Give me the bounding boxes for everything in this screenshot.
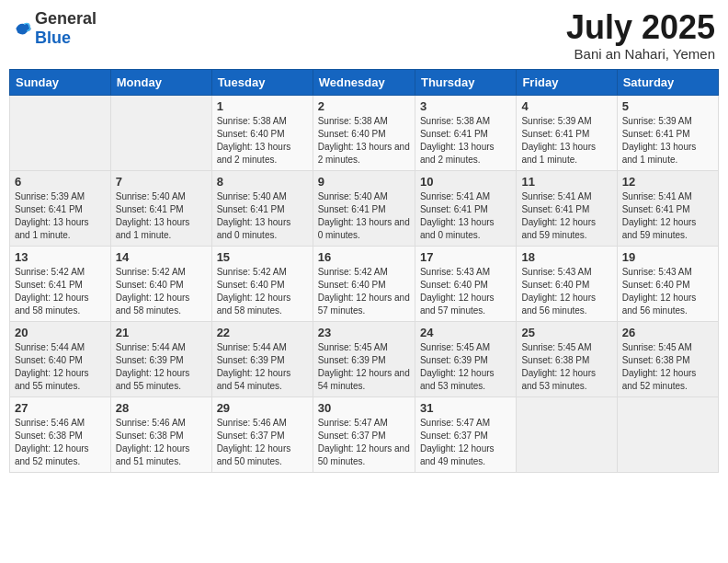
- week-row-5: 27Sunrise: 5:46 AMSunset: 6:38 PMDayligh…: [10, 396, 719, 472]
- calendar-cell: 13Sunrise: 5:42 AMSunset: 6:41 PMDayligh…: [10, 246, 111, 321]
- location-title: Bani an Nahari, Yemen: [566, 46, 715, 62]
- header-tuesday: Tuesday: [211, 69, 313, 95]
- calendar-table: SundayMondayTuesdayWednesdayThursdayFrid…: [9, 69, 719, 473]
- calendar-cell: 19Sunrise: 5:43 AMSunset: 6:40 PMDayligh…: [617, 246, 718, 321]
- day-number: 15: [217, 250, 308, 264]
- calendar-cell: 17Sunrise: 5:43 AMSunset: 6:40 PMDayligh…: [415, 246, 516, 321]
- calendar-cell: 14Sunrise: 5:42 AMSunset: 6:40 PMDayligh…: [110, 246, 211, 321]
- calendar-cell: 23Sunrise: 5:45 AMSunset: 6:39 PMDayligh…: [313, 321, 415, 396]
- calendar-cell: 15Sunrise: 5:42 AMSunset: 6:40 PMDayligh…: [211, 246, 313, 321]
- calendar-cell: 5Sunrise: 5:39 AMSunset: 6:41 PMDaylight…: [617, 95, 718, 170]
- day-number: 9: [318, 175, 410, 189]
- day-info: Sunrise: 5:46 AMSunset: 6:37 PMDaylight:…: [217, 417, 308, 468]
- day-number: 27: [15, 401, 106, 415]
- day-info: Sunrise: 5:39 AMSunset: 6:41 PMDaylight:…: [622, 115, 713, 167]
- day-number: 28: [116, 401, 207, 415]
- month-title: July 2025: [566, 9, 715, 46]
- calendar-cell: 21Sunrise: 5:44 AMSunset: 6:39 PMDayligh…: [110, 321, 211, 396]
- logo: General Blue: [13, 9, 97, 48]
- calendar-cell: 11Sunrise: 5:41 AMSunset: 6:41 PMDayligh…: [517, 170, 617, 246]
- header-friday: Friday: [517, 69, 617, 95]
- calendar-cell: 7Sunrise: 5:40 AMSunset: 6:41 PMDaylight…: [110, 170, 211, 246]
- day-number: 16: [318, 250, 410, 264]
- calendar-cell: 27Sunrise: 5:46 AMSunset: 6:38 PMDayligh…: [10, 396, 111, 472]
- calendar-cell: 29Sunrise: 5:46 AMSunset: 6:37 PMDayligh…: [211, 396, 313, 472]
- day-info: Sunrise: 5:40 AMSunset: 6:41 PMDaylight:…: [217, 190, 308, 242]
- calendar-cell: 26Sunrise: 5:45 AMSunset: 6:38 PMDayligh…: [617, 321, 718, 396]
- day-number: 30: [318, 401, 410, 415]
- day-info: Sunrise: 5:41 AMSunset: 6:41 PMDaylight:…: [622, 190, 713, 242]
- day-number: 14: [116, 250, 207, 264]
- day-info: Sunrise: 5:47 AMSunset: 6:37 PMDaylight:…: [420, 417, 511, 468]
- calendar-cell: 8Sunrise: 5:40 AMSunset: 6:41 PMDaylight…: [211, 170, 313, 246]
- day-info: Sunrise: 5:45 AMSunset: 6:39 PMDaylight:…: [318, 341, 410, 393]
- day-info: Sunrise: 5:39 AMSunset: 6:41 PMDaylight:…: [521, 115, 611, 167]
- calendar-cell: 30Sunrise: 5:47 AMSunset: 6:37 PMDayligh…: [313, 396, 415, 472]
- day-number: 26: [622, 326, 713, 339]
- day-number: 3: [420, 99, 511, 113]
- page-header: General Blue July 2025 Bani an Nahari, Y…: [9, 9, 719, 62]
- header-monday: Monday: [110, 69, 211, 95]
- calendar-cell: 1Sunrise: 5:38 AMSunset: 6:40 PMDaylight…: [211, 95, 313, 170]
- header-sunday: Sunday: [10, 69, 111, 95]
- calendar-cell: [110, 95, 211, 170]
- day-info: Sunrise: 5:38 AMSunset: 6:41 PMDaylight:…: [420, 115, 511, 167]
- calendar-cell: [617, 396, 718, 472]
- day-info: Sunrise: 5:43 AMSunset: 6:40 PMDaylight:…: [420, 266, 511, 317]
- day-number: 24: [420, 326, 511, 339]
- week-row-4: 20Sunrise: 5:44 AMSunset: 6:40 PMDayligh…: [10, 321, 719, 396]
- day-info: Sunrise: 5:39 AMSunset: 6:41 PMDaylight:…: [15, 190, 106, 242]
- logo-general: General: [35, 9, 97, 28]
- header-saturday: Saturday: [617, 69, 718, 95]
- day-number: 19: [622, 250, 713, 264]
- day-info: Sunrise: 5:40 AMSunset: 6:41 PMDaylight:…: [318, 190, 410, 242]
- logo-blue: Blue: [35, 29, 71, 47]
- day-number: 4: [521, 99, 611, 113]
- calendar-cell: 9Sunrise: 5:40 AMSunset: 6:41 PMDaylight…: [313, 170, 415, 246]
- day-info: Sunrise: 5:42 AMSunset: 6:40 PMDaylight:…: [116, 266, 207, 317]
- day-number: 21: [116, 326, 207, 339]
- calendar-cell: 6Sunrise: 5:39 AMSunset: 6:41 PMDaylight…: [10, 170, 111, 246]
- calendar-cell: 18Sunrise: 5:43 AMSunset: 6:40 PMDayligh…: [517, 246, 617, 321]
- calendar-cell: 3Sunrise: 5:38 AMSunset: 6:41 PMDaylight…: [415, 95, 516, 170]
- logo-icon: [13, 19, 31, 38]
- day-info: Sunrise: 5:38 AMSunset: 6:40 PMDaylight:…: [318, 115, 410, 167]
- calendar-cell: 12Sunrise: 5:41 AMSunset: 6:41 PMDayligh…: [617, 170, 718, 246]
- day-info: Sunrise: 5:45 AMSunset: 6:39 PMDaylight:…: [420, 341, 511, 393]
- calendar-cell: [517, 396, 617, 472]
- header-thursday: Thursday: [415, 69, 516, 95]
- day-info: Sunrise: 5:43 AMSunset: 6:40 PMDaylight:…: [521, 266, 611, 317]
- calendar-cell: 22Sunrise: 5:44 AMSunset: 6:39 PMDayligh…: [211, 321, 313, 396]
- day-info: Sunrise: 5:47 AMSunset: 6:37 PMDaylight:…: [318, 417, 410, 468]
- day-number: 25: [521, 326, 611, 339]
- calendar-cell: 10Sunrise: 5:41 AMSunset: 6:41 PMDayligh…: [415, 170, 516, 246]
- day-info: Sunrise: 5:45 AMSunset: 6:38 PMDaylight:…: [622, 341, 713, 393]
- day-number: 20: [15, 326, 106, 339]
- day-number: 6: [15, 175, 106, 189]
- calendar-cell: 31Sunrise: 5:47 AMSunset: 6:37 PMDayligh…: [415, 396, 516, 472]
- day-info: Sunrise: 5:38 AMSunset: 6:40 PMDaylight:…: [217, 115, 308, 167]
- day-number: 13: [15, 250, 106, 264]
- day-info: Sunrise: 5:46 AMSunset: 6:38 PMDaylight:…: [15, 417, 106, 468]
- header-wednesday: Wednesday: [313, 69, 415, 95]
- calendar-cell: 24Sunrise: 5:45 AMSunset: 6:39 PMDayligh…: [415, 321, 516, 396]
- day-info: Sunrise: 5:42 AMSunset: 6:41 PMDaylight:…: [15, 266, 106, 317]
- calendar-cell: 2Sunrise: 5:38 AMSunset: 6:40 PMDaylight…: [313, 95, 415, 170]
- day-info: Sunrise: 5:44 AMSunset: 6:40 PMDaylight:…: [15, 341, 106, 393]
- day-info: Sunrise: 5:41 AMSunset: 6:41 PMDaylight:…: [420, 190, 511, 242]
- day-info: Sunrise: 5:42 AMSunset: 6:40 PMDaylight:…: [217, 266, 308, 317]
- day-number: 23: [318, 326, 410, 339]
- week-row-2: 6Sunrise: 5:39 AMSunset: 6:41 PMDaylight…: [10, 170, 719, 246]
- day-number: 8: [217, 175, 308, 189]
- day-info: Sunrise: 5:42 AMSunset: 6:40 PMDaylight:…: [318, 266, 410, 317]
- day-number: 31: [420, 401, 511, 415]
- day-number: 29: [217, 401, 308, 415]
- day-info: Sunrise: 5:46 AMSunset: 6:38 PMDaylight:…: [116, 417, 207, 468]
- calendar-cell: 4Sunrise: 5:39 AMSunset: 6:41 PMDaylight…: [517, 95, 617, 170]
- day-info: Sunrise: 5:44 AMSunset: 6:39 PMDaylight:…: [217, 341, 308, 393]
- calendar-cell: 20Sunrise: 5:44 AMSunset: 6:40 PMDayligh…: [10, 321, 111, 396]
- week-row-3: 13Sunrise: 5:42 AMSunset: 6:41 PMDayligh…: [10, 246, 719, 321]
- calendar-cell: [10, 95, 111, 170]
- day-info: Sunrise: 5:40 AMSunset: 6:41 PMDaylight:…: [116, 190, 207, 242]
- day-info: Sunrise: 5:44 AMSunset: 6:39 PMDaylight:…: [116, 341, 207, 393]
